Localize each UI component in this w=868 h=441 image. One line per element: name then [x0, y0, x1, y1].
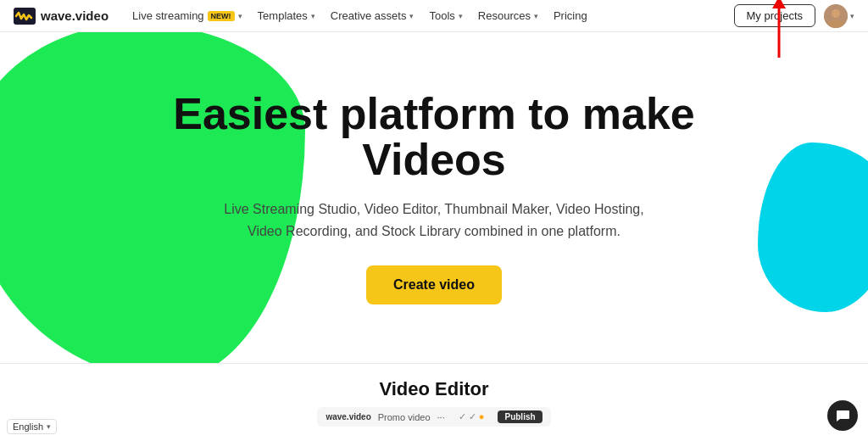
hero-content: Easiest platform to make Videos Live Str…	[173, 91, 695, 304]
bottom-bar-spacer: ✓ ✓ ●	[459, 411, 485, 422]
bottom-bar-logo: wave.video	[326, 412, 370, 421]
svg-point-2	[832, 9, 840, 18]
nav-item-resources[interactable]: Resources ▾	[471, 6, 545, 25]
templates-chevron-icon: ▾	[311, 12, 315, 20]
avatar-dropdown[interactable]: ▾	[824, 4, 854, 28]
language-chevron-icon: ▾	[47, 422, 51, 431]
nav-item-templates[interactable]: Templates ▾	[251, 6, 322, 25]
language-selector[interactable]: English ▾	[7, 419, 57, 434]
live-streaming-chevron-icon: ▾	[238, 12, 242, 20]
red-arrow-annotation	[771, 7, 787, 75]
nav-item-live-streaming[interactable]: Live streaming New! ▾	[125, 6, 249, 25]
teal-background-shape	[758, 142, 868, 312]
ellipsis-icon: ···	[437, 412, 445, 422]
navbar: wave.video Live streaming New! ▾ Templat…	[0, 0, 868, 32]
hero-title-line2: Videos	[362, 135, 506, 184]
new-badge: New!	[208, 11, 235, 21]
nav-tools-label: Tools	[429, 9, 454, 22]
creative-assets-chevron-icon: ▾	[409, 12, 414, 20]
nav-items: Live streaming New! ▾ Templates ▾ Creati…	[125, 6, 733, 25]
nav-pricing-label: Pricing	[554, 9, 587, 22]
hero-title: Easiest platform to make Videos	[173, 91, 695, 183]
nav-right: My projects ▾	[734, 4, 854, 28]
nav-item-creative-assets[interactable]: Creative assets ▾	[324, 6, 421, 25]
nav-templates-label: Templates	[258, 9, 308, 22]
publish-button[interactable]: Publish	[498, 410, 542, 423]
language-text: English	[13, 421, 43, 432]
nav-live-streaming-label: Live streaming	[132, 9, 204, 22]
avatar-chevron-icon: ▾	[850, 12, 854, 20]
chat-bubble-button[interactable]	[827, 400, 858, 431]
nav-resources-label: Resources	[478, 9, 531, 22]
create-video-button[interactable]: Create video	[366, 265, 502, 304]
logo-text: wave.video	[41, 8, 108, 23]
hero-section: Easiest platform to make Videos Live Str…	[0, 32, 868, 363]
logo-link[interactable]: wave.video	[14, 8, 108, 25]
resources-chevron-icon: ▾	[534, 12, 538, 20]
bottom-strip: Video Editor wave.video Promo video ··· …	[0, 363, 868, 441]
video-editor-title: Video Editor	[379, 378, 488, 400]
user-avatar	[824, 4, 848, 28]
hero-subtitle: Live Streaming Studio, Video Editor, Thu…	[205, 198, 663, 242]
bottom-bar-filename: Promo video	[378, 412, 431, 422]
editor-preview-bar: wave.video Promo video ··· ✓ ✓ ● Publish	[317, 407, 550, 427]
nav-item-pricing[interactable]: Pricing	[547, 6, 594, 25]
tools-chevron-icon: ▾	[459, 12, 463, 20]
wave-video-logo-icon	[14, 8, 36, 25]
hero-title-line1: Easiest platform to make	[173, 89, 695, 138]
nav-creative-assets-label: Creative assets	[331, 9, 407, 22]
nav-item-tools[interactable]: Tools ▾	[422, 6, 469, 25]
